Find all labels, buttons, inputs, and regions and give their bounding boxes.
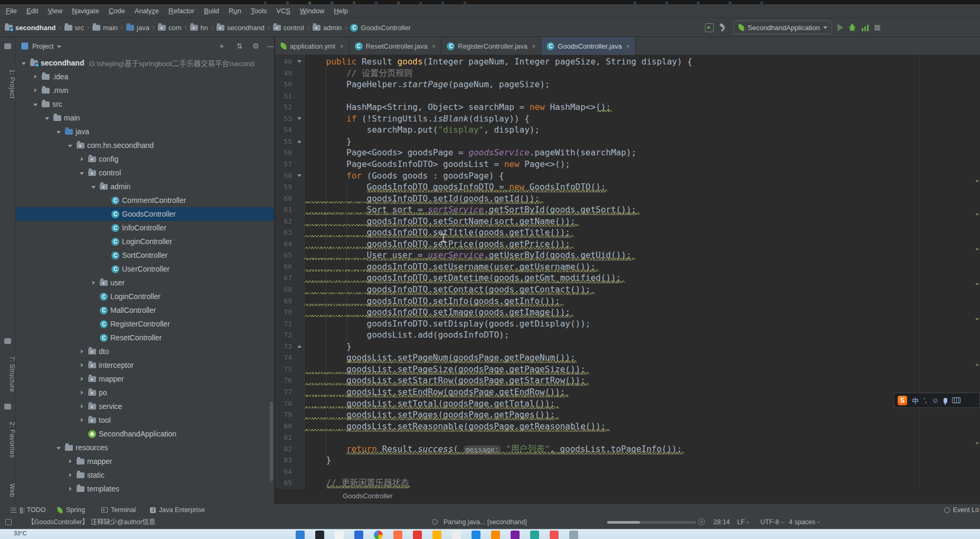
run-button[interactable] [837,24,843,31]
code-line-51[interactable]: 51 [275,90,980,102]
code-line-66[interactable]: 66 goodsInfoDTO.setUsername(user.getUser… [275,261,980,273]
taskbar-app-icon[interactable] [315,531,324,539]
tab-close-icon[interactable]: × [432,42,436,50]
code-line-71[interactable]: 71 goodsInfoDTO.setDisplay(goods.getDisp… [275,318,980,330]
fold-marker-icon[interactable] [297,60,301,63]
code-line-72[interactable]: 72 goodsList.add(goodsInfoDTO); [275,329,980,341]
tool-window-button-spring[interactable]: Spring [57,504,85,516]
code-line-69[interactable]: 69 goodsInfoDTO.setInfo(goods.getInfo())… [275,295,980,307]
line-number[interactable]: 84 [275,466,292,478]
tree-row-commentcontroller[interactable]: CommentController [16,193,274,207]
menu-item-refactor[interactable]: Refactor [164,4,199,18]
editor-tab-RegisterController.java[interactable]: RegisterController.java× [441,37,541,55]
editor-tab-ResetController.java[interactable]: ResetController.java× [350,37,442,55]
tool-window-button-web[interactable]: Web [0,480,16,501]
code-line-77[interactable]: 77 goodsList.setEndRow(goodsPage.getEndR… [275,386,980,398]
line-number[interactable]: 67 [275,272,292,284]
code-line-49[interactable]: 49 // 设置分页规则 [275,68,980,79]
tree-row-src[interactable]: src [16,97,274,111]
menu-item-run[interactable]: Run [224,4,246,18]
line-number[interactable]: 55 [275,136,292,147]
debug-button[interactable] [849,23,856,32]
line-number[interactable]: 85 [275,477,292,489]
line-number[interactable]: 73 [275,341,292,352]
fold-marker-icon[interactable] [297,174,301,177]
code-line-63[interactable]: 63 goodsInfoDTO.setTitle(goods.getTitle(… [275,227,980,238]
tree-row-.mvn[interactable]: .mvn [16,83,274,97]
line-number[interactable]: 64 [275,238,292,250]
line-number[interactable]: 59 [275,181,292,193]
code-line-61[interactable]: 61 Sort sort = sortService.getSortById(g… [275,204,980,216]
taskbar-app-icon[interactable] [530,531,539,539]
run-tool-window-icon[interactable] [705,23,714,32]
line-number[interactable]: 56 [275,147,292,159]
event-log-button[interactable]: Event Lo [944,504,979,516]
line-number[interactable]: 77 [275,386,292,398]
breadcrumb-item-admin[interactable]: admin [311,24,343,32]
line-number[interactable]: 75 [275,364,292,375]
hide-panel-button[interactable]: — [267,37,275,55]
ime-keyboard-icon[interactable] [952,397,960,403]
breadcrumb-item-hn[interactable]: hn [189,24,210,32]
tab-close-icon[interactable]: × [626,42,630,50]
code-line-62[interactable]: 62 goodsInfoDTO.setSortName(sort.getName… [275,216,980,227]
menu-item-navigate[interactable]: Navigate [67,4,103,18]
sogou-logo-icon[interactable]: S [898,396,907,405]
encoding-widget[interactable]: UTF-8÷ [760,515,784,529]
line-number[interactable]: 52 [275,101,292,113]
line-number[interactable]: 49 [275,68,292,79]
menu-item-edit[interactable]: Edit [22,4,43,18]
line-number[interactable]: 58 [275,170,292,182]
breadcrumb-item-java[interactable]: java [125,24,151,32]
line-number[interactable]: 62 [275,216,292,227]
line-number[interactable]: 82 [275,443,292,455]
breadcrumb-item-control[interactable]: control [271,24,306,32]
tree-row-java[interactable]: java [16,125,274,138]
menu-item-analyze[interactable]: Analyze [130,4,164,18]
code-line-60[interactable]: 60 goodsInfoDTO.setId(goods.getId()); [275,193,980,205]
menu-item-view[interactable]: View [43,4,67,18]
taskbar-app-icon[interactable] [413,531,422,539]
menu-item-tools[interactable]: Tools [246,4,271,18]
tree-row-resources[interactable]: resources [16,441,274,454]
locate-file-button[interactable]: ⌖ [220,37,224,55]
breadcrumb-item-main[interactable]: main [91,24,119,32]
ime-punctuation-icon[interactable]: ’, [924,396,927,404]
line-number[interactable]: 72 [275,329,292,341]
tree-row-resetcontroller[interactable]: ResetController [16,331,274,345]
taskbar-app-icon[interactable] [432,531,441,539]
line-number[interactable]: 61 [275,204,292,216]
project-panel-header[interactable]: Project ⌖ ⇅ ⚙ — [16,37,274,55]
taskbar-app-icon[interactable] [393,531,402,539]
line-number[interactable]: 50 [275,79,292,90]
ime-microphone-icon[interactable] [944,398,947,403]
code-line-57[interactable]: 57 Page<GoodsInfoDTO> goodsList = new Pa… [275,159,980,170]
tree-row-com.hn.secondhand[interactable]: com.hn.secondhand [16,138,274,152]
ime-chinese-mode-icon[interactable]: 中 [912,395,919,405]
code-line-83[interactable]: 83 } [275,454,980,466]
line-number[interactable]: 51 [275,90,292,102]
code-line-54[interactable]: 54 searchMap.put("display", display); [275,124,980,136]
line-number[interactable]: 70 [275,306,292,318]
tree-row-dto[interactable]: dto [16,345,274,358]
code-line-84[interactable]: 84 [275,466,980,478]
breadcrumb-item-com[interactable]: com [156,24,183,32]
menu-item-code[interactable]: Code [104,4,130,18]
tree-row-goodscontroller[interactable]: GoodsController [16,207,274,221]
tree-row-admin[interactable]: admin [16,180,274,193]
breadcrumb-item-secondhand[interactable]: secondhand [215,24,266,32]
code-line-73[interactable]: 73 } [275,341,980,352]
tree-row-service[interactable]: service [16,399,274,413]
taskbar-app-icon[interactable] [491,531,500,539]
line-number[interactable]: 76 [275,375,292,386]
tool-window-switcher-icon[interactable] [5,519,12,525]
code-line-68[interactable]: 68 goodsInfoDTO.setContact(goods.getCont… [275,284,980,295]
taskbar-app-icon[interactable] [452,531,461,539]
menu-item-file[interactable]: File [1,4,22,18]
taskbar-app-icon[interactable] [374,531,383,539]
menu-item-vcs[interactable]: VCS [271,4,295,18]
line-number[interactable]: 71 [275,318,292,330]
code-line-52[interactable]: 52 HashMap<String, Object> searchMap = n… [275,101,980,113]
code-line-81[interactable]: 81 [275,432,980,443]
code-line-75[interactable]: 75 goodsList.setPageSize(goodsPage.getPa… [275,364,980,375]
